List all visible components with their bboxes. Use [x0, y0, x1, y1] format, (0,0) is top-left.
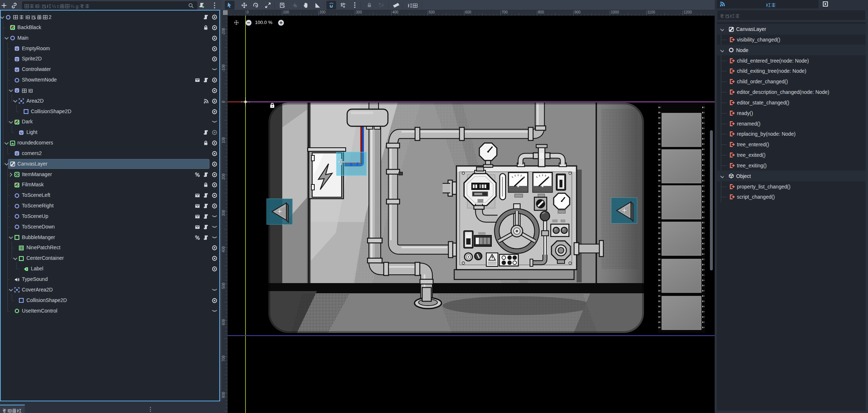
svg-text:800: 800: [221, 392, 225, 398]
svg-text:400: 400: [221, 246, 225, 253]
svg-text:-100: -100: [221, 64, 225, 72]
svg-text:600: 600: [465, 10, 471, 14]
svg-text:700: 700: [502, 10, 508, 14]
svg-text:0: 0: [247, 10, 249, 14]
svg-text:400: 400: [392, 10, 398, 14]
svg-text:1000: 1000: [611, 10, 619, 14]
svg-text:700: 700: [221, 356, 225, 362]
svg-text:100: 100: [283, 10, 289, 14]
svg-text:500: 500: [221, 283, 225, 289]
svg-text:0: 0: [221, 101, 225, 103]
svg-text:1200: 1200: [684, 10, 692, 14]
svg-text:600: 600: [221, 319, 225, 325]
svg-text:1100: 1100: [647, 10, 655, 14]
svg-text:300: 300: [221, 210, 225, 216]
svg-text:200: 200: [319, 10, 326, 14]
svg-text:200: 200: [221, 174, 225, 180]
svg-text:300: 300: [356, 10, 362, 14]
svg-text:100: 100: [221, 137, 225, 143]
svg-text:500: 500: [429, 10, 435, 14]
svg-text:900: 900: [574, 10, 581, 14]
svg-text:800: 800: [538, 10, 544, 14]
svg-text:-200: -200: [221, 28, 225, 35]
